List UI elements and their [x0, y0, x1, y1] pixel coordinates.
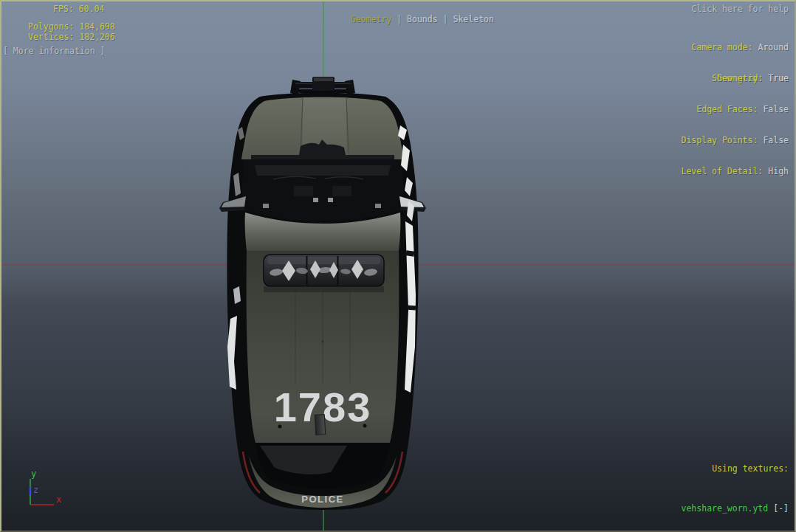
model-viewer-window: 1783 POLICE [0, 0, 796, 532]
axis-y-label: y [31, 469, 36, 479]
camera-mode-row[interactable]: Camera mode:Around [691, 42, 789, 52]
render-options-block: Geometry:True Edged Faces:False Display … [682, 52, 789, 197]
edged-faces-toggle-row[interactable]: Edged Faces:False [682, 104, 789, 114]
axis-z-label: z [33, 485, 38, 495]
vertices-counter: Vertices: 182,206 [28, 32, 115, 42]
camera-mode-value: Around [758, 42, 789, 52]
help-link[interactable]: Click here for help [691, 4, 789, 14]
texture-name: vehshare_worn.ytd [682, 503, 769, 514]
level-of-detail-row[interactable]: Level of Detail:High [682, 166, 789, 176]
edged-faces-label: Edged Faces: [696, 104, 758, 114]
texture-remove-button[interactable]: [-] [773, 503, 789, 514]
using-textures-title: Using textures: [676, 462, 789, 475]
camera-mode-label: Camera mode: [691, 42, 752, 52]
rear-police-text: POLICE [301, 494, 343, 505]
texture-list: Using textures: vehshare_worn.ytd[-] veh… [676, 435, 789, 532]
geometry-value: True [768, 73, 789, 83]
axis-widget: y z x [30, 469, 61, 505]
lightbar [264, 255, 384, 292]
police-vehicle-model: 1783 POLICE [219, 77, 426, 510]
geometry-toggle-row[interactable]: Geometry:True [682, 73, 789, 83]
level-of-detail-value: High [768, 166, 789, 176]
tab-separator: | [397, 14, 402, 24]
texture-row: vehshare_worn.ytd[-] [676, 502, 789, 515]
roof-antenna [315, 415, 325, 435]
tab-bounds[interactable]: Bounds [407, 14, 438, 24]
more-information-link[interactable]: [ More information ] [3, 46, 105, 56]
display-points-toggle-row[interactable]: Display Points:False [682, 135, 789, 145]
display-points-label: Display Points: [682, 135, 758, 145]
view-mode-tabs: Geometry|Bounds|Skeleton [330, 4, 494, 35]
tab-skeleton[interactable]: Skeleton [453, 14, 494, 24]
fps-counter: FPS: 60.04 [53, 4, 104, 14]
geometry-label: Geometry: [717, 73, 763, 83]
polygons-counter: Polygons: 184,698 [28, 21, 115, 32]
display-points-value: False [763, 135, 789, 145]
tab-separator: | [443, 14, 448, 24]
edged-faces-value: False [763, 104, 789, 114]
tab-geometry[interactable]: Geometry [351, 14, 391, 24]
level-of-detail-label: Level of Detail: [682, 166, 764, 176]
axis-x-label: x [56, 494, 61, 505]
